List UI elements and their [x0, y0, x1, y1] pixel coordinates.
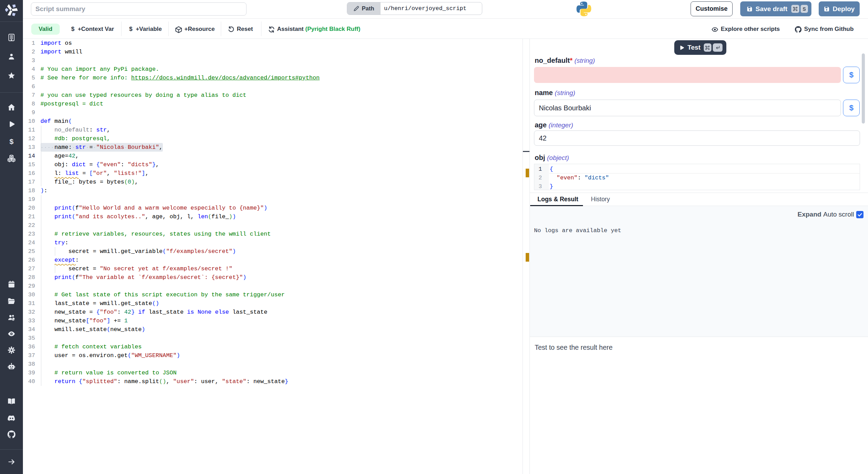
svg-text:$: $ — [9, 137, 14, 145]
